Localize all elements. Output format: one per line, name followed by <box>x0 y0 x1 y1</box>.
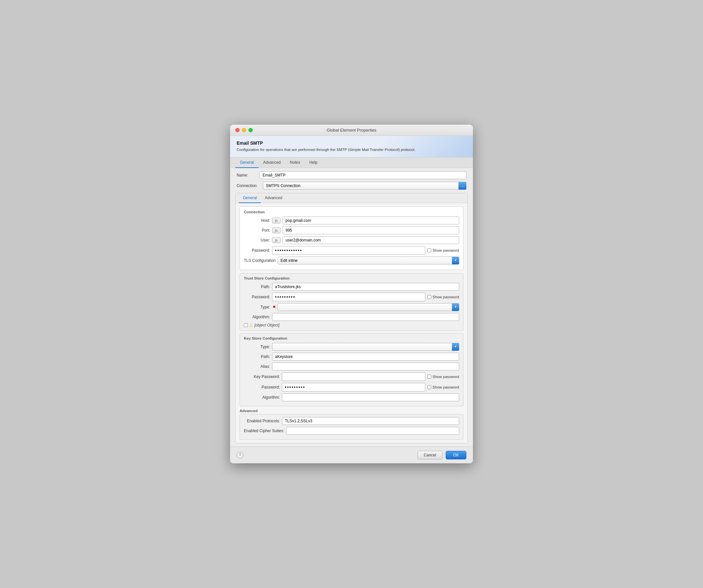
port-label: Port: <box>244 228 270 233</box>
port-fx-button[interactable]: fx <box>272 227 281 233</box>
key-alias-label: Alias: <box>244 364 270 369</box>
trust-type-select[interactable] <box>278 303 459 311</box>
name-input[interactable] <box>259 171 466 179</box>
trust-type-label: Type: <box>244 305 270 310</box>
connection-select[interactable]: SMTPS Connection SMTP Connection <box>263 182 466 190</box>
tab-help[interactable]: Help <box>305 158 322 168</box>
trust-path-label: Path: <box>244 284 270 289</box>
show-password-label: Show password <box>433 248 459 252</box>
key-alias-input[interactable] <box>272 362 459 370</box>
key-store-section: Key Store Configuration Type: Path: Alia… <box>240 333 463 406</box>
insecure-checkbox[interactable] <box>244 323 248 327</box>
close-button[interactable] <box>235 128 240 132</box>
name-row: Name: <box>230 168 473 180</box>
footer: ? Cancel OK <box>230 446 473 463</box>
trust-type-error-icon: ✖ <box>273 305 276 309</box>
inner-tabs: General Advanced <box>236 193 467 203</box>
trust-algorithm-row: Algorithm: <box>244 313 459 321</box>
advanced-section: Enabled Protocols: Enabled Cipher Suites… <box>240 414 463 440</box>
tab-notes[interactable]: Notes <box>285 158 305 168</box>
key-show-password-label: Show password <box>433 375 459 379</box>
trust-password-label: Password: <box>244 295 270 299</box>
key-type-row: Type: <box>244 343 459 351</box>
trust-password-input[interactable] <box>272 293 425 301</box>
key-path-input[interactable] <box>272 353 459 361</box>
key-type-select-wrap <box>272 343 459 351</box>
title-bar: Global Element Properties <box>230 125 473 136</box>
tls-select-wrap: Edit inline <box>278 257 459 264</box>
header-title: Email SMTP <box>237 141 466 146</box>
enabled-cipher-suites-input[interactable] <box>286 427 459 435</box>
help-icon-wrap: ? <box>237 452 243 458</box>
key-password-input[interactable] <box>282 372 425 381</box>
key-store-show-password-checkbox[interactable] <box>427 385 431 389</box>
inner-tab-general[interactable]: General <box>239 193 261 203</box>
key-alias-row: Alias: <box>244 362 459 370</box>
trust-show-password-wrap: Show password <box>427 295 459 299</box>
minimize-button[interactable] <box>242 128 246 132</box>
key-store-password-label: Password: <box>244 385 280 390</box>
key-password-label: Key Password: <box>244 374 280 379</box>
trust-show-password-checkbox[interactable] <box>427 295 431 299</box>
inner-panel: General Advanced Connection Host: fx Por… <box>235 193 468 443</box>
main-window: Global Element Properties Email SMTP Con… <box>230 125 473 463</box>
enabled-cipher-suites-row: Enabled Cipher Suites: <box>244 427 459 435</box>
trust-password-field: Show password <box>272 293 459 301</box>
enabled-protocols-row: Enabled Protocols: <box>244 417 459 425</box>
user-input[interactable] <box>283 236 459 244</box>
show-password-checkbox[interactable] <box>427 248 431 252</box>
show-password-wrap: Show password <box>427 248 459 252</box>
header-description: Configuration for operations that are pe… <box>237 147 466 152</box>
window-controls[interactable] <box>235 128 253 132</box>
connection-select-wrap: SMTPS Connection SMTP Connection <box>263 182 466 190</box>
host-fx-button[interactable]: fx <box>272 218 281 224</box>
trust-algorithm-input[interactable] <box>272 313 459 321</box>
key-store-show-password-wrap: Show password <box>427 385 459 389</box>
trust-path-input[interactable] <box>272 283 459 291</box>
cancel-button[interactable]: Cancel <box>417 451 442 459</box>
connection-section: Connection Host: fx Port: fx User: fx <box>240 206 463 270</box>
key-store-password-row: Password: Show password <box>244 383 459 392</box>
password-field: Show password <box>272 246 459 255</box>
name-label: Name: <box>237 173 256 177</box>
key-password-row: Key Password: Show password <box>244 372 459 381</box>
tls-config-row: TLS Configuration Edit inline <box>244 257 459 264</box>
maximize-button[interactable] <box>248 128 253 132</box>
tab-general[interactable]: General <box>235 158 259 168</box>
password-input[interactable] <box>272 246 425 255</box>
trust-store-title: Trust Store Configuration <box>244 276 459 280</box>
window-title: Global Element Properties <box>326 128 377 133</box>
enabled-protocols-input[interactable] <box>282 417 459 425</box>
key-show-password-checkbox[interactable] <box>427 375 431 379</box>
host-row: Host: fx <box>244 217 459 225</box>
inner-tab-advanced[interactable]: Advanced <box>261 193 286 203</box>
help-button[interactable]: ? <box>237 452 243 458</box>
host-input[interactable] <box>283 217 459 225</box>
connection-row: Connection SMTPS Connection SMTP Connect… <box>230 180 473 193</box>
insecure-label: [object Object] <box>254 323 280 328</box>
trust-show-password-label: Show password <box>433 295 459 299</box>
ok-button[interactable]: OK <box>446 451 466 459</box>
port-row: Port: fx <box>244 227 459 234</box>
trust-algorithm-label: Algorithm: <box>244 315 270 319</box>
user-fx-button[interactable]: fx <box>272 237 281 243</box>
connection-label: Connection <box>237 183 259 188</box>
trust-password-row: Password: Show password <box>244 293 459 301</box>
key-algorithm-input[interactable] <box>282 394 459 401</box>
main-tabs: General Advanced Notes Help <box>230 158 473 168</box>
key-algorithm-label: Algorithm: <box>244 395 280 400</box>
tab-advanced[interactable]: Advanced <box>259 158 285 168</box>
key-store-show-password-label: Show password <box>433 385 459 389</box>
enabled-cipher-suites-label: Enabled Cipher Suites: <box>244 428 284 433</box>
tls-select[interactable]: Edit inline <box>278 257 459 264</box>
port-input[interactable] <box>283 227 459 234</box>
advanced-label: Advanced <box>240 409 463 413</box>
key-type-select[interactable] <box>272 343 459 351</box>
key-type-label: Type: <box>244 344 270 349</box>
key-store-password-input[interactable] <box>282 383 425 392</box>
key-path-label: Path: <box>244 354 270 359</box>
insecure-wrap: ⚠ [object Object] <box>244 323 459 328</box>
password-label: Password: <box>244 248 270 253</box>
key-store-title: Key Store Configuration <box>244 336 459 340</box>
key-algorithm-row: Algorithm: <box>244 394 459 401</box>
